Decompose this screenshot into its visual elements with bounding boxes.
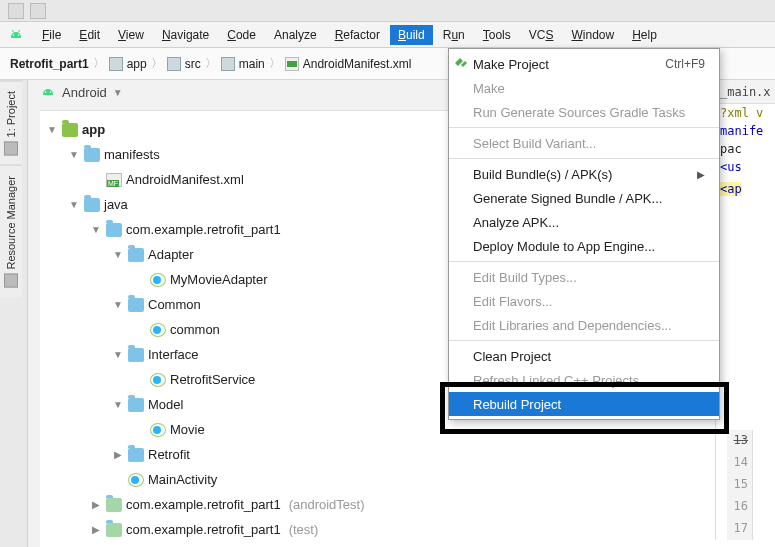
line-number: 16 (727, 496, 752, 518)
line-numbers: 1314151617 (727, 430, 753, 540)
folder-icon (84, 148, 100, 162)
svg-point-5 (50, 91, 52, 93)
breadcrumb-label: main (239, 57, 265, 71)
menu-vcs[interactable]: VCS (521, 25, 562, 45)
editor-line: pac (716, 140, 775, 158)
chevron-down-icon: ▼ (68, 149, 80, 160)
editor-body: ?xml vmanife pac <us <ap (716, 104, 775, 198)
menu-view[interactable]: View (110, 25, 152, 45)
tree-manifests-label: manifests (104, 147, 160, 162)
menu-navigate[interactable]: Navigate (154, 25, 217, 45)
tree-pkg-test[interactable]: ▶ com.example.retrofit_part1 (test) (40, 517, 775, 542)
menu-item-analyze-apk[interactable]: Analyze APK... (449, 210, 719, 234)
menu-item-edit-libraries-and-dependencies: Edit Libraries and Dependencies... (449, 313, 719, 337)
left-tool-tabs: 1: Project Resource Manager (0, 80, 28, 547)
menu-item-generate-signed-bundle-apk[interactable]: Generate Signed Bundle / APK... (449, 186, 719, 210)
menu-item-label: Generate Signed Bundle / APK... (473, 191, 662, 206)
folder-icon (167, 57, 181, 71)
breadcrumb-main[interactable]: main (221, 57, 265, 71)
line-number: 14 (727, 452, 752, 474)
chevron-down-icon: ▼ (90, 224, 102, 235)
menu-item-label: Analyze APK... (473, 215, 559, 230)
breadcrumb-retrofit-part1[interactable]: Retrofit_part1 (10, 57, 89, 71)
chevron-right-icon: ▶ (90, 524, 102, 535)
menu-item-refresh-linked-c-projects: Refresh Linked C++ Projects (449, 368, 719, 392)
chevron-down-icon: ▼ (46, 124, 58, 135)
menu-item-make-project[interactable]: Make ProjectCtrl+F9 (449, 52, 719, 76)
menu-help[interactable]: Help (624, 25, 665, 45)
menu-item-label: Edit Libraries and Dependencies... (473, 318, 672, 333)
tree-movie-label: Movie (170, 422, 205, 437)
chevron-right-icon: 〉 (269, 55, 281, 72)
menu-item-label: Make (473, 81, 505, 96)
view-mode-combo[interactable]: Android ▼ (40, 84, 123, 100)
tab-resource-manager-label: Resource Manager (5, 176, 17, 270)
editor-tab[interactable]: _main.x (716, 80, 775, 104)
tab-project[interactable]: 1: Project (0, 80, 22, 165)
view-mode-label: Android (62, 85, 107, 100)
menubar: FileEditViewNavigateCodeAnalyzeRefactorB… (0, 22, 775, 48)
tree-retrofitservice-label: RetrofitService (170, 372, 255, 387)
toolbar-icon[interactable] (30, 3, 46, 19)
class-icon (150, 373, 166, 387)
menu-refactor[interactable]: Refactor (327, 25, 388, 45)
tree-manifest-file-label: AndroidManifest.xml (126, 172, 244, 187)
tree-common-class-label: common (170, 322, 220, 337)
breadcrumb-label: app (127, 57, 147, 71)
tree-pkg-main-label: com.example.retrofit_part1 (126, 222, 281, 237)
package-icon (106, 223, 122, 237)
editor-line: <us (716, 158, 775, 176)
tree-retrofit-label: Retrofit (148, 447, 190, 462)
menu-item-build-bundle-s-apk-s[interactable]: Build Bundle(s) / APK(s)▶ (449, 162, 719, 186)
chevron-down-icon: ▼ (68, 199, 80, 210)
menu-item-run-generate-sources-gradle-tasks: Run Generate Sources Gradle Tasks (449, 100, 719, 124)
tree-common-label: Common (148, 297, 201, 312)
package-icon (106, 498, 122, 512)
menu-item-deploy-module-to-app-engine[interactable]: Deploy Module to App Engine... (449, 234, 719, 258)
tree-retrofit[interactable]: ▶ Retrofit (40, 442, 775, 467)
hammer-icon (453, 56, 469, 72)
menu-analyze[interactable]: Analyze (266, 25, 325, 45)
tree-mainactivity-label: MainActivity (148, 472, 217, 487)
module-icon (62, 123, 78, 137)
menu-code[interactable]: Code (219, 25, 264, 45)
menu-item-label: Deploy Module to App Engine... (473, 239, 655, 254)
android-icon (40, 84, 56, 100)
package-icon (128, 448, 144, 462)
menu-item-rebuild-project[interactable]: Rebuild Project (449, 392, 719, 416)
tree-movie[interactable]: Movie (40, 417, 775, 442)
manifest-icon (106, 173, 122, 187)
menu-shortcut: Ctrl+F9 (665, 57, 705, 71)
tab-project-label: 1: Project (5, 91, 17, 137)
tree-interface-label: Interface (148, 347, 199, 362)
menu-item-label: Select Build Variant... (473, 136, 596, 151)
resource-manager-icon (4, 274, 18, 288)
breadcrumb-androidmanifest-xml[interactable]: AndroidManifest.xml (285, 57, 412, 71)
chevron-right-icon: 〉 (93, 55, 105, 72)
tree-adapter-label: Adapter (148, 247, 194, 262)
tree-mainactivity[interactable]: MainActivity (40, 467, 775, 492)
breadcrumb-label: src (185, 57, 201, 71)
project-icon (4, 141, 18, 155)
line-number: 17 (727, 518, 752, 540)
menu-item-label: Make Project (473, 57, 549, 72)
chevron-down-icon: ▼ (112, 399, 124, 410)
toolbar-icon[interactable] (8, 3, 24, 19)
tab-resource-manager[interactable]: Resource Manager (0, 165, 22, 298)
tree-mymovieadapter-label: MyMovieAdapter (170, 272, 268, 287)
menu-build[interactable]: Build (390, 25, 433, 45)
menu-window[interactable]: Window (563, 25, 622, 45)
menu-item-make: Make (449, 76, 719, 100)
breadcrumb-app[interactable]: app (109, 57, 147, 71)
breadcrumb-src[interactable]: src (167, 57, 201, 71)
menu-edit[interactable]: Edit (71, 25, 108, 45)
chevron-right-icon: ▶ (697, 169, 705, 180)
menu-item-clean-project[interactable]: Clean Project (449, 344, 719, 368)
menu-run[interactable]: Run (435, 25, 473, 45)
menu-file[interactable]: File (34, 25, 69, 45)
menu-tools[interactable]: Tools (475, 25, 519, 45)
svg-line-2 (12, 30, 14, 32)
folder-icon (109, 57, 123, 71)
chevron-down-icon: ▼ (112, 299, 124, 310)
tree-pkg-androidtest[interactable]: ▶ com.example.retrofit_part1 (androidTes… (40, 492, 775, 517)
